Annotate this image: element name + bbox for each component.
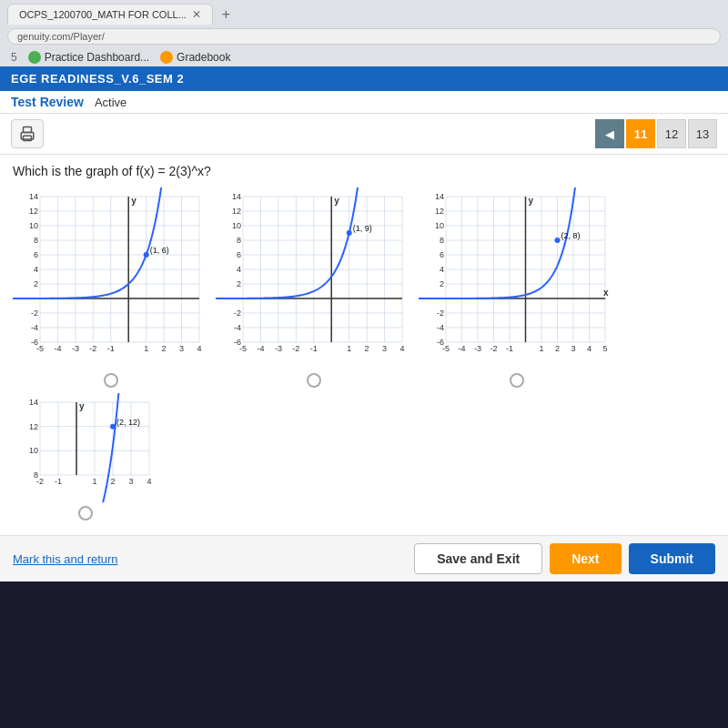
content-inner: Which is the graph of f(x) = 2(3)^x? xyxy=(0,155,728,535)
graph-option-a[interactable] xyxy=(13,187,208,388)
active-tab[interactable]: OCPS_1200700_MATH FOR COLL... ✕ xyxy=(7,4,213,25)
radio-a[interactable] xyxy=(104,373,118,388)
radio-c[interactable] xyxy=(510,373,524,388)
bookmark-practice[interactable]: Practice Dashboard... xyxy=(28,51,149,64)
graph-b-canvas xyxy=(216,187,411,369)
active-badge: Active xyxy=(95,96,126,109)
nav-btn-13[interactable]: 13 xyxy=(688,119,717,148)
bookmark-gradebook-label: Gradebook xyxy=(177,51,230,64)
app-header: EGE READINESS_V.6_SEM 2 xyxy=(0,66,728,91)
mark-return-link[interactable]: Mark this and return xyxy=(13,552,118,566)
toolbar: ◀ 11 12 13 xyxy=(0,114,728,155)
radio-b[interactable] xyxy=(307,373,321,388)
footer: Mark this and return Save and Exit Next … xyxy=(0,535,728,581)
bookmark-num: 5 xyxy=(11,51,17,64)
graphs-bottom-row xyxy=(13,393,715,521)
svg-rect-0 xyxy=(24,127,32,133)
tab-title: OCPS_1200700_MATH FOR COLL... xyxy=(19,9,187,20)
bookmark-practice-icon xyxy=(28,51,41,64)
bookmark-practice-label: Practice Dashboard... xyxy=(45,51,149,64)
submit-button[interactable]: Submit xyxy=(629,543,715,574)
bookmark-gradebook[interactable]: Gradebook xyxy=(160,51,230,64)
nav-btn-11[interactable]: 11 xyxy=(626,119,655,148)
graph-a-canvas xyxy=(13,187,208,369)
radio-d[interactable] xyxy=(78,506,93,521)
test-review-label: Test Review xyxy=(11,95,84,109)
graph-c-canvas xyxy=(419,187,614,369)
question-text: Which is the graph of f(x) = 2(3)^x? xyxy=(13,164,715,178)
tab-bar: OCPS_1200700_MATH FOR COLL... ✕ + xyxy=(7,4,721,25)
bookmark-gradebook-icon xyxy=(160,51,173,64)
address-bar[interactable]: genuity.com/Player/ xyxy=(7,28,721,45)
graph-option-d[interactable] xyxy=(13,393,158,521)
graph-d-canvas xyxy=(13,393,158,502)
next-button[interactable]: Next xyxy=(550,543,621,574)
save-exit-button[interactable]: Save and Exit xyxy=(414,543,542,574)
test-review-bar: Test Review Active xyxy=(0,91,728,114)
app-header-title: EGE READINESS_V.6_SEM 2 xyxy=(11,72,184,86)
browser-chrome: OCPS_1200700_MATH FOR COLL... ✕ + genuit… xyxy=(0,0,728,66)
footer-buttons: Save and Exit Next Submit xyxy=(414,543,715,574)
bookmarks-bar: 5 Practice Dashboard... Gradebook xyxy=(7,48,721,66)
nav-prev-button[interactable]: ◀ xyxy=(595,119,624,148)
graphs-top-row xyxy=(13,187,715,388)
print-icon xyxy=(19,126,35,142)
content-area: Which is the graph of f(x) = 2(3)^x? xyxy=(0,155,728,535)
nav-btn-12[interactable]: 12 xyxy=(657,119,686,148)
tab-close[interactable]: ✕ xyxy=(192,8,201,21)
graph-option-b[interactable] xyxy=(216,187,411,388)
new-tab-button[interactable]: + xyxy=(217,5,236,25)
graph-option-c[interactable] xyxy=(419,187,614,388)
nav-buttons: ◀ 11 12 13 xyxy=(595,119,717,148)
print-button[interactable] xyxy=(11,119,44,148)
